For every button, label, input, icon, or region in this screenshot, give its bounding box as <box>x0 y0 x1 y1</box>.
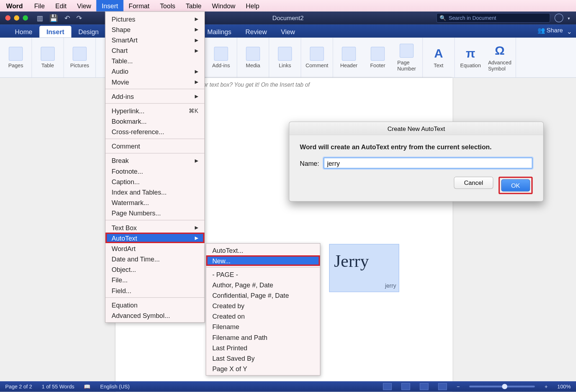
search-document-input[interactable]: 🔍 Search in Document <box>436 13 550 23</box>
submenu-entry[interactable]: Last Saved By <box>206 353 320 363</box>
status-spellcheck-icon[interactable]: 📖 <box>84 383 90 389</box>
menu-file[interactable]: File... <box>105 275 204 285</box>
status-language[interactable]: English (US) <box>100 383 130 389</box>
zoom-slider[interactable] <box>469 386 535 387</box>
sidebar-toggle-icon[interactable]: ▥ <box>37 14 43 22</box>
footer-button[interactable]: Footer <box>366 46 389 68</box>
feedback-icon[interactable] <box>554 14 563 22</box>
pictures-button[interactable]: Pictures <box>68 46 91 68</box>
comment-button[interactable]: Comment <box>306 46 328 68</box>
menu-shape[interactable]: Shape▶ <box>105 24 204 35</box>
menu-table[interactable]: Table <box>180 0 207 12</box>
tab-view[interactable]: View <box>274 26 302 38</box>
zoom-out-icon[interactable]: − <box>456 383 460 389</box>
submenu-entry[interactable]: Author, Page #, Date <box>206 279 320 290</box>
menu-help[interactable]: Help <box>240 0 265 12</box>
submenu-entry[interactable]: Confidential, Page #, Date <box>206 290 320 300</box>
zoom-in-icon[interactable]: + <box>545 383 548 389</box>
menu-advanced-symbol[interactable]: Advanced Symbol... <box>105 310 204 320</box>
close-icon[interactable] <box>5 15 11 21</box>
menu-field[interactable]: Field... <box>105 285 204 296</box>
menu-hyperlink[interactable]: Hyperlink...⌘K <box>105 105 204 116</box>
menu-comment[interactable]: Comment <box>105 141 204 151</box>
view-draft-icon[interactable] <box>438 383 447 390</box>
menu-equation[interactable]: Equation <box>105 300 204 310</box>
footer-label: Footer <box>370 62 385 68</box>
menu-caption[interactable]: Caption... <box>105 176 204 187</box>
pages-button[interactable]: Pages <box>4 46 27 68</box>
view-outline-icon[interactable] <box>420 383 428 390</box>
menu-window[interactable]: Window <box>207 0 240 12</box>
advanced-symbol-button[interactable]: ΩAdvancedSymbol <box>488 44 512 72</box>
menu-pictures[interactable]: Pictures▶ <box>105 14 204 24</box>
tab-insert[interactable]: Insert <box>39 26 71 38</box>
addins-button[interactable]: Add-ins <box>210 46 232 68</box>
redo-icon[interactable]: ↷ <box>76 14 82 22</box>
menu-file[interactable]: File <box>29 0 50 12</box>
tab-home[interactable]: Home <box>8 26 40 38</box>
submenu-entry[interactable]: Last Printed <box>206 342 320 353</box>
header-button[interactable]: Header <box>337 46 360 68</box>
submenu-entry[interactable]: Filename and Path <box>206 332 320 342</box>
minimize-icon[interactable] <box>14 15 19 21</box>
submenu-entry[interactable]: - PAGE - <box>206 269 320 279</box>
equation-button[interactable]: πEquation <box>459 46 482 68</box>
media-button[interactable]: Media <box>242 46 264 68</box>
menu-tools[interactable]: Tools <box>155 0 181 12</box>
menu-bookmark[interactable]: Bookmark... <box>105 116 204 126</box>
cancel-button[interactable]: Cancel <box>454 177 493 189</box>
menu-movie[interactable]: Movie▶ <box>105 77 204 87</box>
menu-autotext[interactable]: AutoText▶ <box>105 233 204 243</box>
table-button[interactable]: Table <box>36 46 59 68</box>
menu-wordart[interactable]: WordArt <box>105 243 204 254</box>
menu-addins[interactable]: Add-ins▶ <box>105 91 204 101</box>
status-words[interactable]: 1 of 55 Words <box>42 383 75 389</box>
page-number-button[interactable]: PageNumber <box>395 44 418 72</box>
menu-table-item[interactable]: Table... <box>105 55 204 66</box>
app-name: Word <box>0 2 29 9</box>
menu-textbox[interactable]: Text Box▶ <box>105 222 204 233</box>
menu-break[interactable]: Break▶ <box>105 155 204 166</box>
menu-object[interactable]: Object... <box>105 264 204 274</box>
submenu-entry[interactable]: Created on <box>206 311 320 321</box>
feedback-chevron-icon[interactable]: ▾ <box>568 15 570 20</box>
menu-chart[interactable]: Chart▶ <box>105 45 204 55</box>
menu-insert[interactable]: Insert <box>96 0 123 12</box>
tab-review[interactable]: Review <box>238 26 274 38</box>
menu-view[interactable]: View <box>72 0 96 12</box>
links-button[interactable]: Links <box>274 46 296 68</box>
undo-icon[interactable]: ↶ <box>64 14 70 22</box>
zoom-icon[interactable] <box>23 15 28 21</box>
view-print-icon[interactable] <box>383 383 392 390</box>
submenu-entry[interactable]: Page X of Y <box>206 363 320 374</box>
menu-index-tables[interactable]: Index and Tables... <box>105 187 204 197</box>
share-button[interactable]: 👥 Share <box>537 27 563 33</box>
tab-design[interactable]: Design <box>71 26 106 38</box>
menu-watermark[interactable]: Watermark... <box>105 197 204 208</box>
menu-audio[interactable]: Audio▶ <box>105 66 204 77</box>
submenu-new[interactable]: New... <box>206 255 320 266</box>
status-bar: Page 2 of 2 1 of 55 Words 📖 English (US)… <box>0 381 576 392</box>
advsym-label: AdvancedSymbol <box>488 59 512 72</box>
menu-format[interactable]: Format <box>123 0 155 12</box>
submenu-entry[interactable]: Filename <box>206 322 320 332</box>
submenu-autotext[interactable]: AutoText... <box>206 245 320 255</box>
text-button[interactable]: AText <box>427 46 450 68</box>
signature-sub: jerry <box>385 282 396 289</box>
tab-mailings[interactable]: Mailings <box>200 26 238 38</box>
menu-smartart[interactable]: SmartArt▶ <box>105 35 204 45</box>
menu-edit[interactable]: Edit <box>50 0 72 12</box>
menu-footnote[interactable]: Footnote... <box>105 166 204 176</box>
collapse-ribbon-icon[interactable]: ⌄ <box>567 28 572 36</box>
ok-button[interactable]: OK <box>501 179 530 191</box>
submenu-entry[interactable]: Created by <box>206 300 320 311</box>
view-web-icon[interactable] <box>401 383 410 390</box>
status-page[interactable]: Page 2 of 2 <box>5 383 32 389</box>
menu-page-numbers[interactable]: Page Numbers... <box>105 208 204 218</box>
zoom-level[interactable]: 100% <box>557 383 571 389</box>
save-icon[interactable]: 💾 <box>49 14 58 22</box>
menu-datetime[interactable]: Date and Time... <box>105 254 204 264</box>
signature-selection[interactable]: Jerry jerry <box>329 244 399 292</box>
name-input[interactable] <box>324 158 533 169</box>
menu-crossref[interactable]: Cross-reference... <box>105 126 204 137</box>
